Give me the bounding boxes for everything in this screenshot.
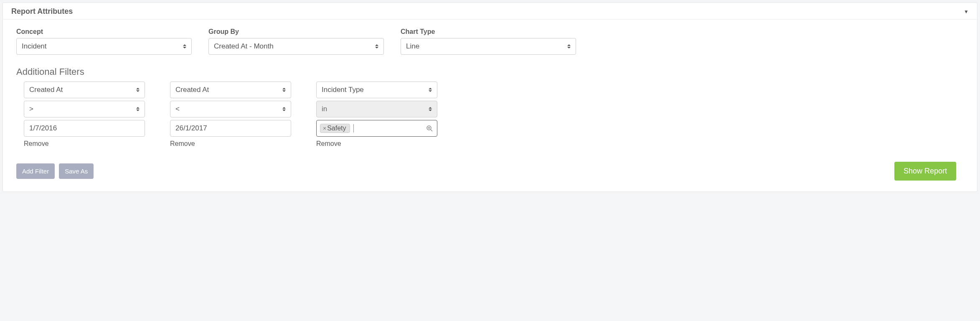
panel-header: Report Attributes ▼ (3, 3, 977, 20)
groupby-label: Group By (208, 28, 384, 36)
select-arrow-icon (282, 87, 287, 93)
filter-operator-value: < (175, 105, 180, 113)
charttype-select[interactable]: Line (401, 38, 576, 55)
concept-field-group: Concept Incident (16, 28, 192, 55)
filter-field-value: Created At (29, 86, 63, 94)
filter-value-input[interactable]: 1/7/2016 (24, 120, 145, 137)
select-arrow-icon (282, 106, 287, 112)
select-arrow-icon (429, 106, 433, 112)
search-zoom-icon[interactable] (426, 125, 433, 132)
select-arrow-icon (136, 106, 140, 112)
filter-tags-input[interactable]: × Safety (316, 120, 437, 137)
filter-field-select[interactable]: Created At (170, 82, 291, 98)
collapse-toggle-icon[interactable]: ▼ (964, 9, 969, 15)
filter-value-text: 1/7/2016 (29, 124, 57, 132)
panel-body: Concept Incident Group By Created At - M… (3, 20, 977, 191)
select-arrow-icon (136, 87, 140, 93)
filter-column: Created At < 26/1/2017 Remove (170, 82, 291, 148)
tag-remove-icon[interactable]: × (323, 125, 326, 131)
filter-field-value: Incident Type (322, 86, 364, 94)
add-filter-button[interactable]: Add Filter (16, 163, 55, 179)
charttype-field-group: Chart Type Line (401, 28, 576, 55)
filter-field-value: Created At (175, 86, 209, 94)
report-attributes-panel: Report Attributes ▼ Concept Incident Gro… (3, 3, 977, 192)
panel-title: Report Attributes (11, 7, 73, 16)
filter-operator-select[interactable]: < (170, 101, 291, 117)
filter-operator-value: in (322, 105, 327, 113)
select-arrow-icon (567, 43, 571, 49)
filter-field-select[interactable]: Created At (24, 82, 145, 98)
concept-label: Concept (16, 28, 192, 36)
groupby-field-group: Group By Created At - Month (208, 28, 384, 55)
groupby-select[interactable]: Created At - Month (208, 38, 384, 55)
footer-actions-row: Add Filter Save As Show Report (16, 162, 964, 181)
select-arrow-icon (183, 43, 187, 49)
filter-field-select[interactable]: Incident Type (316, 82, 437, 98)
filter-column: Created At > 1/7/2016 Remove (24, 82, 145, 148)
text-cursor (353, 124, 354, 132)
concept-select[interactable]: Incident (16, 38, 192, 55)
top-attributes-row: Concept Incident Group By Created At - M… (16, 28, 964, 55)
filter-value-input[interactable]: 26/1/2017 (170, 120, 291, 137)
footer-buttons-left: Add Filter Save As (16, 163, 94, 179)
filter-operator-select[interactable]: > (24, 101, 145, 117)
save-as-button[interactable]: Save As (59, 163, 94, 179)
charttype-label: Chart Type (401, 28, 576, 36)
concept-select-value: Incident (22, 42, 47, 51)
additional-filters-heading: Additional Filters (16, 66, 964, 77)
show-report-button[interactable]: Show Report (894, 162, 956, 181)
filter-operator-select[interactable]: in (316, 101, 437, 117)
filter-column: Incident Type in × Safety (316, 82, 437, 148)
filter-value-text: 26/1/2017 (175, 124, 207, 132)
svg-line-1 (431, 130, 432, 131)
select-arrow-icon (375, 43, 379, 49)
groupby-select-value: Created At - Month (214, 42, 274, 51)
remove-filter-link[interactable]: Remove (316, 140, 341, 148)
filter-tag: × Safety (320, 124, 350, 133)
select-arrow-icon (429, 87, 433, 93)
charttype-select-value: Line (406, 42, 419, 51)
filter-operator-value: > (29, 105, 33, 113)
remove-filter-link[interactable]: Remove (24, 140, 49, 148)
tag-label: Safety (327, 125, 346, 132)
remove-filter-link[interactable]: Remove (170, 140, 195, 148)
filters-row: Created At > 1/7/2016 Remove Created At (16, 82, 964, 148)
